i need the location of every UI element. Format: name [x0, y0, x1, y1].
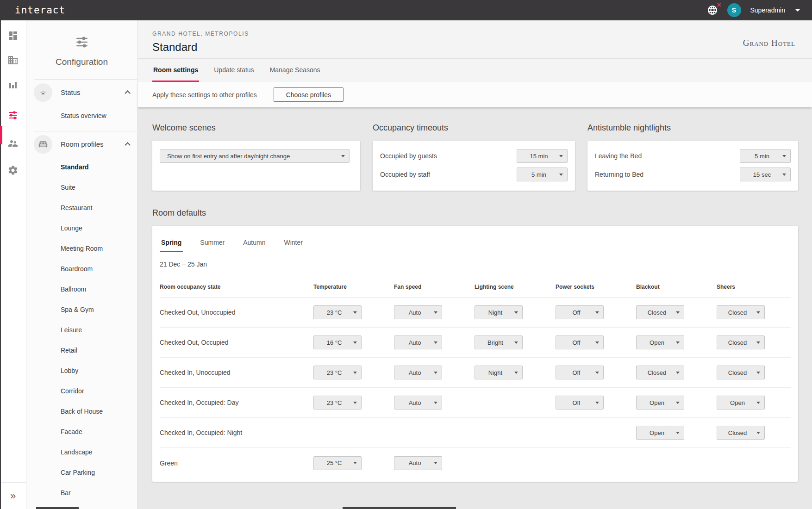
sidebar-item-suite[interactable]: Suite [26, 177, 137, 198]
table-row-checked-in-unoccupied: Checked In, Unoccupied23 °CAutoNightOffC… [160, 358, 791, 388]
chevron-up-icon[interactable] [125, 142, 131, 148]
sidebar-section-room-profiles[interactable]: Room profiles [26, 131, 137, 157]
sheers-select[interactable]: Open [717, 396, 765, 410]
sidebar-item-standard[interactable]: Standard [26, 157, 137, 177]
room-state-label: Green [160, 459, 313, 467]
temperature-select[interactable]: 25 °C [313, 456, 362, 470]
table-row-checked-out-occupied: Checked Out, Occupied16 °CAutoBrightOffO… [160, 328, 791, 358]
table-header: Room occupancy stateTemperatureFan speed… [160, 284, 791, 298]
caret-down-icon [676, 432, 680, 434]
sidebar-title: Configuration [26, 57, 137, 67]
blackout-select[interactable]: Open [636, 396, 684, 410]
occupied-by-guests-select[interactable]: 15 min [517, 149, 568, 163]
returning-to-bed-select[interactable]: 15 sec [740, 168, 791, 181]
sidebar-item-facade[interactable]: Facade [26, 422, 137, 442]
occupancy-timeouts-title: Occupancy timeouts [373, 123, 575, 133]
fan-speed-select[interactable]: Auto [394, 305, 442, 319]
sidebar-item-status-overview[interactable]: Status overview [26, 105, 137, 126]
network-status-button[interactable]: ✕ [707, 5, 718, 16]
power-sockets-select[interactable]: Off [556, 335, 604, 349]
temperature-select[interactable]: 16 °C [313, 335, 362, 349]
user-name: Superadmin [750, 6, 786, 14]
power-sockets-select[interactable]: Off [556, 305, 604, 319]
settings-icon[interactable] [7, 165, 19, 176]
sidebar-item-restaurant[interactable]: Restaurant [26, 198, 137, 218]
configuration-icon[interactable] [7, 110, 19, 121]
blackout-select[interactable]: Open [636, 426, 684, 440]
fan-speed-select[interactable]: Auto [394, 396, 442, 410]
caret-down-icon [559, 155, 563, 157]
setting-row: Returning to Bed15 sec [595, 168, 791, 181]
power-sockets-select[interactable]: Off [556, 366, 604, 379]
fan-speed-select[interactable]: Auto [394, 456, 442, 470]
sidebar-item-corridor[interactable]: Corridor [26, 381, 137, 401]
tab-update-status[interactable]: Update status [213, 59, 255, 82]
blackout-select[interactable]: Closed [636, 305, 684, 319]
column-header-lighting-scene: Lighting scene [475, 284, 556, 290]
fan-speed-select[interactable]: Auto [394, 335, 442, 349]
tab-room-settings[interactable]: Room settings [152, 59, 199, 82]
temperature-select[interactable]: 23 °C [313, 366, 362, 379]
tab-manage-seasons[interactable]: Manage Seasons [269, 59, 321, 82]
column-header-temperature: Temperature [313, 284, 394, 290]
sidebar-scrollbar[interactable] [36, 507, 79, 509]
temperature-select[interactable]: 23 °C [313, 305, 362, 319]
sidebar-item-ballroom[interactable]: Ballroom [26, 279, 137, 299]
sidebar-item-landscape[interactable]: Landscape [26, 442, 137, 462]
occupied-by-staff-select[interactable]: 5 min [517, 168, 568, 181]
blackout-select[interactable]: Open [636, 335, 684, 349]
choose-profiles-button[interactable]: Choose profiles [274, 87, 344, 102]
sidebar-item-boardroom[interactable]: Boardroom [26, 259, 137, 279]
sheers-select[interactable]: Closed [717, 335, 765, 349]
sidebar-item-retail[interactable]: Retail [26, 340, 137, 360]
caret-down-icon [676, 341, 680, 344]
season-date-range: 21 Dec – 25 Jan [160, 261, 791, 268]
chevron-up-icon[interactable] [125, 90, 131, 96]
caret-down-icon [595, 372, 599, 374]
power-sockets-select[interactable]: Off [556, 396, 604, 410]
caret-down-icon [595, 341, 599, 344]
lighting-scene-select[interactable]: Night [475, 305, 523, 319]
season-tab-autumn[interactable]: Autumn [242, 239, 267, 252]
user-menu-caret-icon[interactable] [795, 9, 800, 12]
room-state-label: Checked In, Unoccupied [160, 369, 313, 376]
users-icon[interactable] [7, 138, 19, 149]
room-defaults-card: SpringSummerAutumnWinter 21 Dec – 25 Jan… [152, 226, 798, 482]
room-state-label: Checked In, Occupied: Day [160, 399, 313, 406]
caret-down-icon [782, 155, 786, 157]
sidebar-item-lobby[interactable]: Lobby [26, 360, 137, 381]
blackout-select[interactable]: Closed [636, 366, 684, 379]
temperature-select[interactable]: 23 °C [313, 396, 362, 410]
season-tab-spring[interactable]: Spring [160, 239, 183, 252]
season-tab-summer[interactable]: Summer [199, 239, 226, 252]
apply-settings-bar: Apply these settings to other profiles C… [137, 82, 812, 107]
collapse-sidebar-button[interactable]: » [10, 491, 16, 501]
buildings-icon[interactable] [7, 55, 19, 66]
welcome-scene-select[interactable]: Show on first entry and after day/night … [160, 149, 350, 163]
page-tabs: Room settingsUpdate statusManage Seasons [137, 58, 812, 82]
season-tab-winter[interactable]: Winter [283, 239, 304, 252]
leaving-the-bed-select[interactable]: 5 min [740, 149, 791, 163]
sidebar-section-status[interactable]: Status [26, 80, 137, 105]
horizontal-scrollbar[interactable] [343, 507, 456, 509]
lighting-scene-select[interactable]: Bright [475, 335, 523, 349]
sidebar-item-lounge[interactable]: Lounge [26, 218, 137, 238]
avatar[interactable]: S [727, 3, 741, 17]
sidebar-item-car-parking[interactable]: Car Parking [26, 462, 137, 483]
grand-hotel-logo: Grand Hotel [743, 38, 795, 48]
sidebar-item-bar[interactable]: Bar [26, 483, 137, 503]
sidebar-item-leisure[interactable]: Leisure [26, 320, 137, 340]
sheers-select[interactable]: Closed [717, 426, 765, 440]
fan-speed-select[interactable]: Auto [394, 366, 442, 379]
reports-icon[interactable] [7, 79, 19, 90]
sidebar-item-back-of-house[interactable]: Back of House [26, 401, 137, 422]
lighting-scene-select[interactable]: Night [475, 366, 523, 379]
dashboard-icon[interactable] [7, 30, 19, 41]
configuration-sliders-icon [75, 35, 89, 50]
error-badge: ✕ [717, 2, 722, 8]
sheers-select[interactable]: Closed [717, 366, 765, 379]
sidebar-item-spa-gym[interactable]: Spa & Gym [26, 299, 137, 320]
sidebar-item-meeting-room[interactable]: Meeting Room [26, 238, 137, 259]
sheers-select[interactable]: Closed [717, 305, 765, 319]
column-header-sheers: Sheers [717, 284, 791, 290]
